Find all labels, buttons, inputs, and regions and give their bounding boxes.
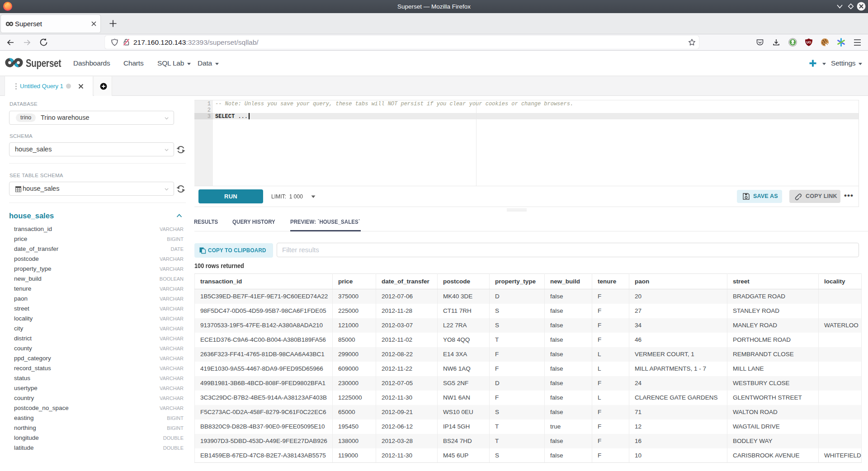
svg-text:UO: UO [807,41,811,44]
